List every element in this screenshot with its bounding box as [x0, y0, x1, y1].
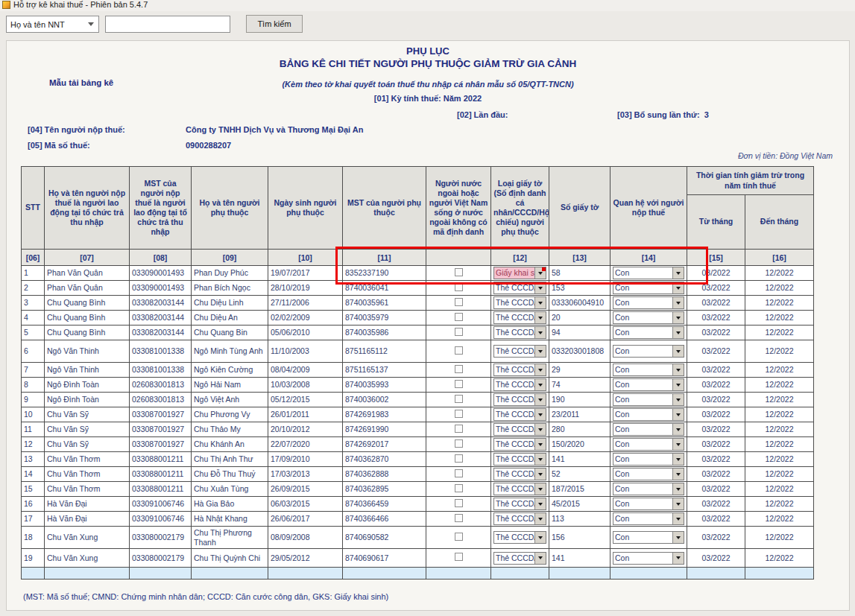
relation-dropdown[interactable]: Con — [613, 423, 684, 436]
relation-dropdown[interactable]: Con — [613, 267, 684, 279]
col-header-period-group: Thời gian tính giảm trừ trong năm tính t… — [687, 167, 814, 195]
chevron-down-icon — [534, 409, 546, 420]
cell-dependent-mst: 8740366466 — [343, 512, 426, 527]
foreign-checkbox[interactable] — [455, 499, 463, 507]
cell-foreign-flag — [426, 393, 491, 407]
cell-dependent-name: Phan Bích Ngọc — [192, 281, 268, 296]
cell-stt: 19 — [22, 549, 45, 568]
relation-dropdown[interactable]: Con — [613, 468, 684, 480]
relation-dropdown[interactable]: Con — [613, 483, 684, 495]
relation-dropdown[interactable]: Con — [613, 296, 684, 309]
doc-type-dropdown[interactable]: Thẻ CCCD/Số — [493, 408, 546, 421]
relation-dropdown[interactable]: Con — [613, 512, 684, 525]
relation-dropdown[interactable]: Con — [613, 438, 684, 451]
relation-dropdown[interactable]: Con — [613, 378, 684, 391]
chevron-down-icon — [534, 364, 546, 375]
foreign-checkbox[interactable] — [455, 425, 463, 433]
chevron-down-icon — [534, 483, 546, 495]
chevron-down-icon — [534, 297, 546, 308]
foreign-checkbox[interactable] — [455, 410, 463, 418]
foreign-checkbox[interactable] — [455, 454, 463, 463]
foreign-checkbox[interactable] — [455, 268, 463, 276]
cell-doc-type: Thẻ CCCD/Số — [491, 437, 549, 452]
doc-type-dropdown[interactable]: Thẻ CCCD/Số — [493, 282, 546, 294]
relation-dropdown[interactable]: Con — [613, 408, 684, 421]
doc-type-dropdown[interactable]: Thẻ CCCD/Số — [493, 423, 546, 436]
chevron-down-icon — [672, 532, 684, 543]
foreign-checkbox[interactable] — [455, 484, 463, 492]
cell-taxpayer-mst: 033080002179 — [130, 527, 192, 549]
form-panel: PHỤ LỤC BẢNG KÊ CHI TIẾT NGƯỜI PHỤ THUỘC… — [6, 40, 850, 611]
search-filter-value: Họ và tên NNT — [7, 20, 88, 29]
search-button[interactable]: Tìm kiếm — [246, 15, 303, 33]
foreign-checkbox[interactable] — [455, 469, 463, 477]
doc-type-dropdown[interactable]: Thẻ CCCD/Số — [493, 483, 546, 495]
cell-to-month: 12/2022 — [745, 363, 814, 378]
cell-taxpayer-name: Ngô Văn Thinh — [45, 363, 130, 378]
cell-dependent-dob: 10/03/2008 — [268, 378, 343, 393]
foreign-checkbox[interactable] — [455, 553, 463, 561]
foreign-checkbox[interactable] — [455, 365, 463, 373]
foreign-checkbox[interactable] — [455, 514, 463, 522]
relation-dropdown[interactable]: Con — [613, 282, 684, 294]
foreign-checkbox[interactable] — [455, 328, 463, 336]
cell-dependent-mst: 8742692017 — [343, 437, 426, 452]
doc-type-dropdown[interactable]: Thẻ CCCD/Số — [493, 453, 546, 466]
doc-type-dropdown[interactable]: Thẻ CCCD/Số — [493, 468, 546, 480]
cell-from-month: 03/2022 — [687, 467, 745, 482]
tax-code-label: [05] Mã số thuế: — [28, 141, 90, 150]
cell-dependent-name: Chu Thị Quỳnh Chi — [192, 549, 268, 568]
doc-type-dropdown[interactable]: Thẻ CCCD/Số — [493, 438, 546, 451]
cell-relation: Con — [611, 311, 687, 326]
doc-type-dropdown[interactable]: Thẻ CCCD/Số — [493, 378, 546, 391]
foreign-checkbox[interactable] — [455, 283, 463, 291]
relation-dropdown[interactable]: Con — [613, 393, 684, 406]
window-title: Hỗ trợ kê khai thuế - Phiên bản 5.4.7 — [13, 0, 148, 9]
foreign-checkbox[interactable] — [455, 533, 463, 541]
cell-foreign-flag — [426, 378, 491, 393]
doc-type-dropdown[interactable]: Thẻ CCCD/Số — [493, 512, 546, 525]
cell-to-month: 12/2022 — [745, 497, 814, 512]
cell-dependent-mst: 8740362870 — [343, 452, 426, 467]
foreign-checkbox[interactable] — [455, 380, 463, 388]
relation-dropdown[interactable]: Con — [613, 531, 684, 544]
foreign-checkbox[interactable] — [455, 439, 463, 448]
relation-dropdown[interactable]: Con — [613, 311, 684, 324]
doc-type-dropdown[interactable]: Thẻ CCCD/Số — [493, 345, 546, 358]
cell-foreign-flag — [426, 326, 491, 340]
cell-relation: Con — [611, 393, 687, 407]
cell-stt: 4 — [22, 311, 45, 326]
search-filter-dropdown[interactable]: Họ và tên NNT — [6, 16, 99, 33]
chevron-down-icon — [534, 379, 546, 390]
foreign-checkbox[interactable] — [455, 395, 463, 403]
cell-foreign-flag — [426, 340, 491, 363]
doc-type-dropdown[interactable]: Thẻ CCCD/Số — [493, 498, 546, 510]
cell-taxpayer-mst: 033081001338 — [130, 363, 192, 378]
chevron-down-icon — [672, 297, 684, 308]
cell-doc-number: 74 — [549, 378, 611, 393]
cell-from-month: 03/2022 — [687, 311, 745, 326]
doc-type-dropdown[interactable]: Thẻ CCCD/Số — [493, 552, 546, 565]
cell-relation: Con — [611, 296, 687, 311]
doc-type-dropdown[interactable]: Thẻ CCCD/Số — [493, 363, 546, 376]
relation-dropdown[interactable]: Con — [613, 453, 684, 466]
search-input[interactable] — [105, 16, 230, 33]
doc-type-dropdown[interactable]: Giấy khai sinh — [493, 267, 546, 279]
relation-dropdown[interactable]: Con — [613, 345, 684, 358]
doc-type-dropdown[interactable]: Thẻ CCCD/Số — [493, 393, 546, 406]
cell-doc-type: Giấy khai sinh — [491, 266, 549, 281]
foreign-checkbox[interactable] — [455, 313, 463, 321]
relation-dropdown[interactable]: Con — [613, 552, 684, 565]
col-header-foreign: Người nước ngoài hoặc người Việt Nam sốn… — [426, 167, 491, 250]
relation-dropdown[interactable]: Con — [613, 363, 684, 376]
relation-dropdown[interactable]: Con — [613, 498, 684, 510]
foreign-checkbox[interactable] — [455, 298, 463, 306]
doc-type-dropdown[interactable]: Thẻ CCCD/Số — [493, 296, 546, 309]
doc-type-dropdown[interactable]: Thẻ CCCD/Số — [493, 531, 546, 544]
foreign-checkbox[interactable] — [455, 346, 463, 355]
doc-type-dropdown[interactable]: Thẻ CCCD/Số — [493, 311, 546, 324]
relation-dropdown[interactable]: Con — [613, 326, 684, 339]
doc-type-dropdown[interactable]: Thẻ CCCD/Số — [493, 326, 546, 339]
cell-stt: 8 — [22, 378, 45, 393]
cell-to-month: 12/2022 — [745, 326, 814, 340]
